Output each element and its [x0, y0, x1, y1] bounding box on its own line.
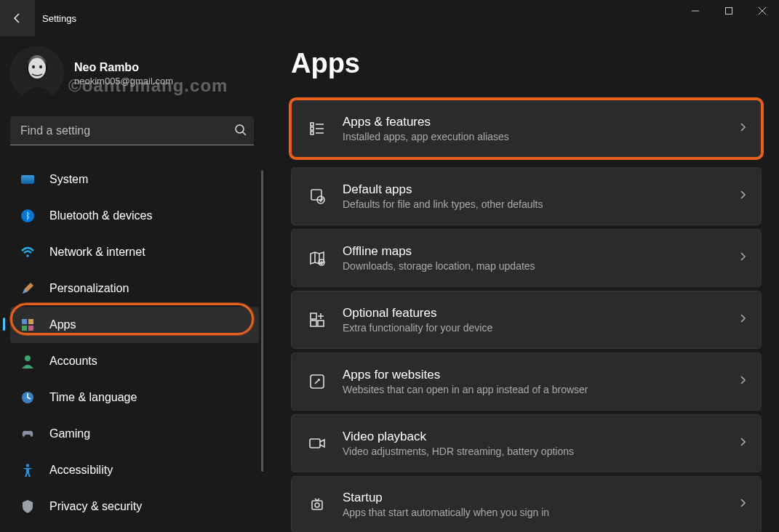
- svg-rect-12: [22, 326, 27, 331]
- card-title: Offline maps: [343, 244, 723, 259]
- sidebar-item-label: Network & internet: [49, 246, 145, 259]
- gamepad-icon: [20, 427, 35, 441]
- svg-line-8: [243, 132, 246, 135]
- card-video-playback[interactable]: Video playbackVideo adjustments, HDR str…: [291, 414, 762, 472]
- chevron-right-icon: [739, 251, 746, 265]
- maximize-icon: [724, 7, 733, 15]
- sidebar-item-label: System: [49, 173, 88, 186]
- window-controls: [679, 0, 779, 22]
- svg-rect-17: [311, 123, 313, 126]
- default-apps-icon: [308, 188, 327, 205]
- minimize-button[interactable]: [679, 0, 712, 22]
- svg-point-14: [25, 355, 31, 361]
- card-title: Apps & features: [343, 115, 723, 129]
- svg-rect-18: [311, 127, 313, 130]
- sidebar-scrollbar[interactable]: [261, 170, 263, 472]
- svg-rect-29: [311, 321, 316, 326]
- svg-point-7: [236, 125, 244, 133]
- chevron-right-icon: [739, 498, 746, 511]
- sidebar-item-gaming[interactable]: Gaming: [10, 416, 259, 452]
- sidebar-item-label: Personalization: [49, 282, 129, 295]
- bluetooth-icon: ᛒ: [20, 209, 35, 223]
- apps-icon: [20, 318, 35, 332]
- svg-rect-28: [311, 313, 316, 319]
- svg-point-9: [26, 254, 29, 257]
- paintbrush-icon: [20, 281, 35, 296]
- sidebar-item-network[interactable]: Network & internet: [10, 234, 259, 270]
- user-block[interactable]: Neo Rambo neokim005@gmail.com ©oantriman…: [10, 47, 259, 100]
- card-startup[interactable]: StartupApps that start automatically whe…: [291, 476, 762, 532]
- chevron-right-icon: [739, 437, 746, 450]
- search-icon: [234, 124, 247, 140]
- card-title: Default apps: [343, 182, 723, 197]
- sidebar-item-apps[interactable]: Apps: [10, 307, 259, 343]
- nav: System ᛒ Bluetooth & devices Network & i…: [10, 161, 259, 525]
- sidebar-item-label: Bluetooth & devices: [49, 209, 152, 222]
- optional-features-icon: [308, 311, 327, 329]
- svg-rect-10: [22, 319, 27, 324]
- titlebar: Settings: [0, 0, 779, 36]
- search-input[interactable]: [10, 116, 254, 145]
- card-title: Startup: [343, 491, 723, 505]
- svg-rect-34: [310, 439, 320, 448]
- avatar: [10, 47, 64, 100]
- arrow-left-icon: [12, 12, 23, 24]
- card-apps-for-websites[interactable]: Apps for websitesWebsites that can open …: [291, 352, 762, 411]
- sidebar-item-accounts[interactable]: Accounts: [10, 343, 259, 379]
- content: Apps Apps & featuresInstalled apps, app …: [269, 36, 779, 532]
- card-sub: Defaults for file and link types, other …: [343, 198, 723, 210]
- minimize-icon: [691, 7, 700, 15]
- shield-icon: [20, 499, 35, 514]
- apps-websites-icon: [308, 373, 327, 390]
- card-title: Optional features: [343, 306, 723, 321]
- card-offline-maps[interactable]: Offline mapsDownloads, storage location,…: [291, 229, 762, 287]
- card-apps-features[interactable]: Apps & featuresInstalled apps, app execu…: [291, 100, 762, 158]
- person-icon: [20, 354, 35, 368]
- sidebar-item-system[interactable]: System: [10, 161, 259, 198]
- svg-rect-1: [726, 8, 732, 15]
- chevron-right-icon: [739, 122, 746, 135]
- close-button[interactable]: [746, 0, 779, 22]
- startup-icon: [308, 496, 327, 513]
- chevron-right-icon: [739, 375, 746, 388]
- sidebar-item-label: Gaming: [49, 427, 90, 440]
- card-title: Apps for websites: [343, 368, 723, 382]
- user-email: neokim005@gmail.com: [74, 76, 173, 86]
- chevron-right-icon: [739, 313, 746, 326]
- clock-globe-icon: [20, 390, 35, 405]
- nav-active-indicator: [3, 318, 5, 331]
- sidebar-item-privacy-security[interactable]: Privacy & security: [10, 488, 259, 525]
- sidebar-item-label: Privacy & security: [49, 500, 142, 513]
- sidebar-item-label: Time & language: [49, 391, 137, 404]
- page-title: Apps: [291, 48, 762, 79]
- sidebar-item-accessibility[interactable]: Accessibility: [10, 452, 259, 488]
- svg-rect-23: [311, 190, 321, 200]
- sidebar-item-label: Accounts: [49, 355, 97, 368]
- card-default-apps[interactable]: Default appsDefaults for file and link t…: [291, 167, 762, 225]
- svg-rect-13: [28, 326, 33, 331]
- maximize-button[interactable]: [712, 0, 746, 22]
- chevron-right-icon: [739, 190, 746, 203]
- user-name: Neo Rambo: [74, 61, 173, 74]
- svg-point-16: [26, 464, 29, 467]
- card-optional-features[interactable]: Optional featuresExtra functionality for…: [291, 291, 762, 349]
- card-sub: Video adjustments, HDR streaming, batter…: [343, 446, 723, 457]
- sidebar-item-time-language[interactable]: Time & language: [10, 379, 259, 416]
- card-sub: Websites that can open in an app instead…: [343, 384, 723, 395]
- card-title: Video playback: [343, 430, 723, 444]
- svg-rect-30: [318, 321, 324, 326]
- wifi-icon: [20, 245, 35, 259]
- sidebar-item-label: Accessibility: [49, 464, 113, 477]
- window-title: Settings: [42, 13, 76, 24]
- close-icon: [758, 7, 767, 15]
- card-sub: Apps that start automatically when you s…: [343, 507, 723, 518]
- accessibility-icon: [20, 463, 35, 477]
- sidebar-item-bluetooth[interactable]: ᛒ Bluetooth & devices: [10, 198, 259, 234]
- back-button[interactable]: [0, 0, 35, 36]
- svg-rect-11: [28, 319, 33, 324]
- sidebar-item-label: Apps: [49, 318, 76, 331]
- avatar-image: [10, 47, 64, 100]
- sidebar-item-personalization[interactable]: Personalization: [10, 270, 259, 307]
- card-sub: Downloads, storage location, map updates: [343, 260, 723, 272]
- svg-point-36: [315, 503, 319, 507]
